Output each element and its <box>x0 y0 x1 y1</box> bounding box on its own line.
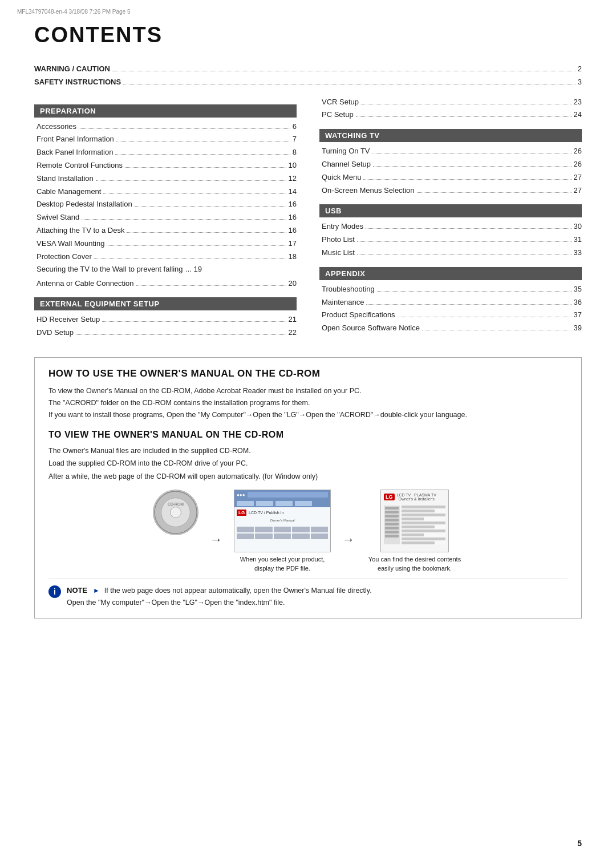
section-watching-tv: WATCHING TV <box>319 129 582 142</box>
list-item: Troubleshooting 35 <box>319 284 582 296</box>
section-external: EXTERNAL EQUIPMENT SETUP <box>34 297 297 310</box>
screenshots-area: CD-ROM → ●●● <box>48 490 568 573</box>
list-item: Stand Installation 12 <box>34 173 297 185</box>
contents-layout: PREPARATION Accessories 6 Front Panel In… <box>34 96 582 340</box>
list-item: Antenna or Cable Connection 20 <box>34 278 297 290</box>
cdrom-section2-title: TO VIEW THE OWNER'S MANUAL ON THE CD-ROM <box>48 430 568 440</box>
list-item: PC Setup 24 <box>319 109 582 121</box>
note-box: i NOTE ► If the web page does not appear… <box>48 579 568 609</box>
disc-block: CD-ROM <box>153 490 198 535</box>
list-item: DVD Setup 22 <box>34 327 297 339</box>
toc-safety: SAFETY INSTRUCTIONS 3 <box>34 76 582 88</box>
cdrom-box: HOW TO USE THE OWNER'S MANUAL ON THE CD-… <box>34 357 582 619</box>
list-item: HD Receiver Setup 21 <box>34 314 297 326</box>
list-item: Product Specifications 37 <box>319 309 582 321</box>
safety-label: SAFETY INSTRUCTIONS <box>34 76 121 88</box>
list-item: Desktop Pedestal Installation 16 <box>34 199 297 211</box>
header-meta: MFL34797048-en-4 3/18/08 7:26 PM Page 5 <box>17 9 130 15</box>
svg-point-0 <box>155 491 197 533</box>
browser-screenshot: ●●● LG LCD TV / Publish In <box>234 490 331 552</box>
caption1: When you select your product, display th… <box>234 555 331 573</box>
list-item: Cable Management 14 <box>34 186 297 198</box>
cdrom-section1-text: To view the Owner's Manual on the CD-ROM… <box>48 385 568 422</box>
arrow-right-2: → <box>342 532 355 547</box>
dots <box>123 84 576 84</box>
caption2: You can find the desired contents easily… <box>366 555 463 573</box>
list-item: Turning On TV 26 <box>319 145 582 157</box>
svg-text:CD-ROM: CD-ROM <box>168 502 184 506</box>
col-left: PREPARATION Accessories 6 Front Panel In… <box>34 96 297 340</box>
list-item: Channel Setup 26 <box>319 159 582 171</box>
section-appendix: APPENDIX <box>319 267 582 280</box>
list-item: Protection Cover 18 <box>34 251 297 263</box>
list-item: Music List 33 <box>319 247 582 259</box>
page-title: CONTENTS <box>34 23 582 47</box>
list-item: Swivel Stand 16 <box>34 212 297 224</box>
list-item: Accessories 6 <box>34 121 297 133</box>
browser-block: ●●● LG LCD TV / Publish In <box>234 490 331 573</box>
svg-point-3 <box>174 511 177 514</box>
toc-warning: WARNING / CAUTION 2 <box>34 63 582 75</box>
section-usb: USB <box>319 204 582 217</box>
warning-label: WARNING / CAUTION <box>34 63 110 75</box>
section-preparation: PREPARATION <box>34 104 297 118</box>
list-item: Back Panel Information 8 <box>34 147 297 159</box>
list-item: Open Source Software Notice 39 <box>319 322 582 334</box>
col-right: VCR Setup 23 PC Setup 24 WATCHING TV Tur… <box>319 96 582 340</box>
note-content: NOTE ► If the web page does not appear a… <box>67 585 372 609</box>
list-item: VCR Setup 23 <box>319 96 582 108</box>
top-items: WARNING / CAUTION 2 SAFETY INSTRUCTIONS … <box>34 63 582 88</box>
list-item: Photo List 31 <box>319 234 582 246</box>
list-item: Quick Menu 27 <box>319 172 582 184</box>
pdf-screenshot: LG LCD TV · PLASMA TVOwner's & Installer… <box>380 490 449 552</box>
cdrom-section2-text: The Owner's Manual files are included in… <box>48 444 568 483</box>
list-item: VESA Wall Mounting 17 <box>34 238 297 250</box>
note-icon: i <box>48 585 61 598</box>
page-number: 5 <box>577 839 582 848</box>
list-item: Attaching the TV to a Desk 16 <box>34 225 297 237</box>
list-item: On-Screen Menus Selection 27 <box>319 185 582 197</box>
svg-point-2 <box>171 508 180 517</box>
pdf-block: LG LCD TV · PLASMA TVOwner's & Installer… <box>366 490 463 573</box>
arrow-right-1: → <box>210 532 222 547</box>
warning-page: 2 <box>578 63 582 75</box>
list-item: Maintenance 36 <box>319 297 582 309</box>
safety-page: 3 <box>578 76 582 88</box>
list-item: Entry Modes 30 <box>319 221 582 233</box>
list-item: Front Panel Information 7 <box>34 134 297 145</box>
list-item: Securing the TV to the Wall to prevent f… <box>34 264 297 276</box>
cdrom-section1-title: HOW TO USE THE OWNER'S MANUAL ON THE CD-… <box>48 368 568 379</box>
disc-image: CD-ROM <box>153 490 198 535</box>
list-item: Remote Control Functions 10 <box>34 160 297 172</box>
dots <box>112 71 576 71</box>
page-container: MFL34797048-en-4 3/18/08 7:26 PM Page 5 … <box>0 0 616 865</box>
